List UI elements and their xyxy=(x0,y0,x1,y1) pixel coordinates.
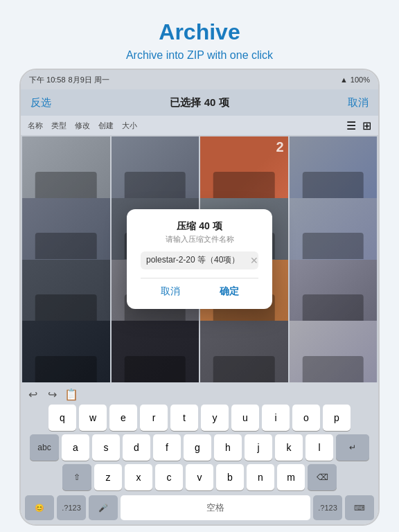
kb-key-b[interactable]: b xyxy=(216,464,244,490)
page-title: Archive xyxy=(14,19,385,45)
dialog-subtitle: 请输入压缩文件名称 xyxy=(141,234,258,245)
kb-key-j[interactable]: j xyxy=(245,434,272,461)
kb-key-z[interactable]: z xyxy=(94,464,122,490)
toolbar-view-controls: ☰ ⊞ xyxy=(346,121,371,130)
status-date: 8月9日 周一 xyxy=(69,75,109,85)
status-bar: 下午 10:58 8月9日 周一 ▲ 100% xyxy=(21,70,378,89)
dialog-overlay: 压缩 40 项 请输入压缩文件名称 ✕ 取消 确定 xyxy=(21,135,378,382)
kb-key-y[interactable]: y xyxy=(201,405,229,431)
page-subtitle: Archive into ZIP with one click xyxy=(14,49,385,62)
kb-undo-btn[interactable]: ↩ xyxy=(25,387,40,402)
kb-key-q[interactable]: q xyxy=(48,405,76,431)
kb-key-u[interactable]: u xyxy=(231,405,259,431)
kb-key-v[interactable]: v xyxy=(186,464,213,490)
kb-mic-key[interactable]: 🎤 xyxy=(89,495,118,520)
kb-key-k[interactable]: k xyxy=(275,434,303,461)
kb-key-m[interactable]: m xyxy=(277,464,305,490)
nav-right-btn[interactable]: 取消 xyxy=(348,96,369,109)
kb-key-r[interactable]: r xyxy=(140,405,168,431)
toolbar-created[interactable]: 创建 xyxy=(98,121,114,131)
image-grid: 2 压缩 40 项 请输入压缩文件名称 ✕ 取消 确定 xyxy=(21,135,378,382)
kb-key-p[interactable]: p xyxy=(323,405,351,431)
status-left: 下午 10:58 8月9日 周一 xyxy=(29,75,109,85)
kb-key-l[interactable]: l xyxy=(305,434,333,461)
dialog-buttons: 取消 确定 xyxy=(141,278,258,298)
page-header: Archive Archive into ZIP with one click xyxy=(0,0,399,69)
toolbar: 名称 类型 修改 创建 大小 ☰ ⊞ xyxy=(21,116,378,135)
kb-row-3: ⇧ zxcvbnm⌫ xyxy=(24,464,375,490)
kb-numbers-key-2[interactable]: .?123 xyxy=(313,495,342,520)
dialog-title: 压缩 40 项 xyxy=(141,220,258,233)
kb-keyboard-key[interactable]: ⌨ xyxy=(345,495,374,520)
nav-bar: 反选 已选择 40 项 取消 xyxy=(21,89,378,116)
list-view-icon[interactable]: ☰ xyxy=(346,121,356,130)
dialog-box: 压缩 40 项 请输入压缩文件名称 ✕ 取消 确定 xyxy=(127,209,272,309)
kb-redo-btn[interactable]: ↪ xyxy=(44,387,60,402)
kb-key-s[interactable]: s xyxy=(92,434,120,461)
status-time: 下午 10:58 xyxy=(29,75,66,85)
toolbar-type[interactable]: 类型 xyxy=(51,121,66,131)
kb-paste-btn[interactable]: 📋 xyxy=(64,387,79,402)
wifi-icon: ▲ xyxy=(340,76,348,84)
toolbar-modified[interactable]: 修改 xyxy=(75,121,90,131)
kb-space-key[interactable]: 空格 xyxy=(121,495,310,520)
nav-title: 已选择 40 项 xyxy=(170,96,229,109)
device-frame: 下午 10:58 8月9日 周一 ▲ 100% 反选 已选择 40 项 取消 名… xyxy=(19,69,380,526)
dialog-filename-input[interactable] xyxy=(146,256,250,265)
kb-key-d[interactable]: d xyxy=(123,434,150,461)
toolbar-name[interactable]: 名称 xyxy=(28,121,43,131)
kb-bottom-row: 😊 .?123 🎤 空格 .?123 ⌨ xyxy=(21,494,378,523)
keyboard-area: ↩ ↪ 📋 qwertyuiop abcasdfghjkl↵ ⇧ zxcvbnm… xyxy=(21,382,378,524)
battery-status: 100% xyxy=(351,76,370,84)
kb-key-w[interactable]: w xyxy=(79,405,107,431)
kb-key-a[interactable]: a xyxy=(62,434,89,461)
kb-shift-key[interactable]: ⇧ xyxy=(62,464,91,490)
status-right: ▲ 100% xyxy=(340,76,370,84)
dialog-confirm-btn[interactable]: 确定 xyxy=(220,285,239,298)
kb-delete-key[interactable]: ⌫ xyxy=(308,464,337,490)
kb-key-n[interactable]: n xyxy=(247,464,274,490)
dialog-clear-btn[interactable]: ✕ xyxy=(250,255,258,266)
toolbar-size[interactable]: 大小 xyxy=(122,121,137,131)
dialog-cancel-btn[interactable]: 取消 xyxy=(161,285,180,298)
kb-key-x[interactable]: x xyxy=(125,464,152,490)
kb-return-key[interactable]: ↵ xyxy=(336,434,369,461)
kb-key-o[interactable]: o xyxy=(292,405,320,431)
kb-row-1: qwertyuiop xyxy=(24,405,375,431)
kb-key-g[interactable]: g xyxy=(184,434,211,461)
kb-numbers-key[interactable]: .?123 xyxy=(57,495,86,520)
kb-emoji-key[interactable]: 😊 xyxy=(25,495,54,520)
kb-abc-key[interactable]: abc xyxy=(30,434,59,461)
kb-key-i[interactable]: i xyxy=(262,405,290,431)
nav-left-btn[interactable]: 反选 xyxy=(30,96,51,109)
kb-rows: qwertyuiop abcasdfghjkl↵ ⇧ zxcvbnm⌫ xyxy=(21,405,378,490)
kb-key-f[interactable]: f xyxy=(153,434,181,461)
kb-toolbar: ↩ ↪ 📋 xyxy=(21,385,378,405)
dialog-input-row: ✕ xyxy=(141,251,258,269)
kb-key-c[interactable]: c xyxy=(155,464,183,490)
kb-key-t[interactable]: t xyxy=(170,405,198,431)
kb-key-e[interactable]: e xyxy=(109,405,137,431)
kb-row-2: abcasdfghjkl↵ xyxy=(24,434,375,461)
grid-view-icon[interactable]: ⊞ xyxy=(362,121,371,130)
kb-key-h[interactable]: h xyxy=(214,434,242,461)
